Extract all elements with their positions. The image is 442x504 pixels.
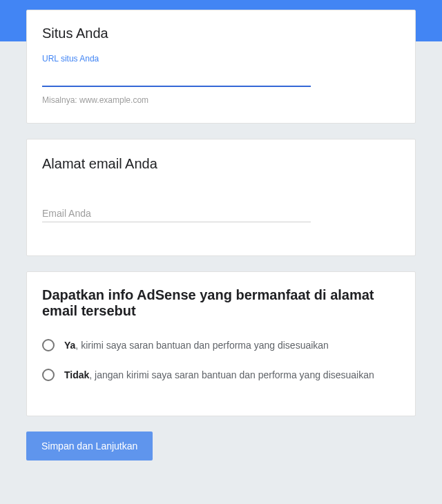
- radio-icon: [42, 369, 55, 381]
- radio-option-yes[interactable]: Ya, kirimi saya saran bantuan dan perfor…: [42, 338, 400, 353]
- radio-label-yes: Ya, kirimi saya saran bantuan dan perfor…: [64, 338, 329, 353]
- email-card: Alamat email Anda: [26, 139, 416, 256]
- site-card-title: Situs Anda: [42, 26, 400, 41]
- preferences-card-title: Dapatkan info AdSense yang bermanfaat di…: [42, 287, 400, 319]
- radio-icon: [42, 339, 55, 351]
- site-card: Situs Anda URL situs Anda Misalnya: www.…: [26, 10, 416, 124]
- site-url-input[interactable]: [42, 68, 311, 87]
- radio-group: Ya, kirimi saya saran bantuan dan perfor…: [42, 338, 400, 382]
- site-url-helper: Misalnya: www.example.com: [42, 95, 400, 105]
- preferences-card: Dapatkan info AdSense yang bermanfaat di…: [26, 271, 416, 416]
- submit-button[interactable]: Simpan dan Lanjutkan: [26, 432, 153, 461]
- radio-option-no[interactable]: Tidak, jangan kirimi saya saran bantuan …: [42, 368, 400, 382]
- radio-label-no: Tidak, jangan kirimi saya saran bantuan …: [64, 368, 374, 382]
- email-input[interactable]: [42, 204, 311, 222]
- form-container: Situs Anda URL situs Anda Misalnya: www.…: [0, 0, 442, 461]
- email-card-title: Alamat email Anda: [42, 156, 400, 172]
- site-url-label: URL situs Anda: [42, 54, 400, 64]
